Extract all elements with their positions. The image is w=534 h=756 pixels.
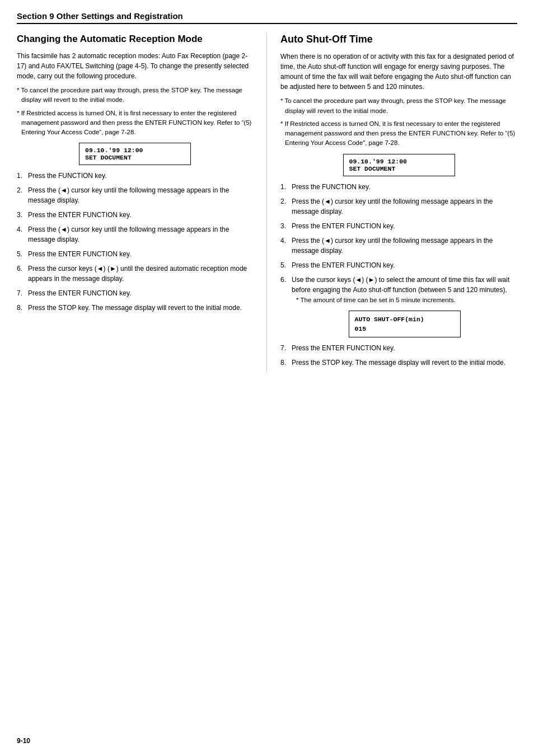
left-step-8: Press the STOP key. The message display …: [17, 303, 253, 313]
right-heading: Auto Shut-Off Time: [280, 33, 517, 46]
left-step-4: Press the (◄) cursor key until the follo…: [17, 224, 253, 245]
left-step-3: Press the ENTER FUNCTION key.: [17, 210, 253, 220]
right-display4-line1: AUTO SHUT-OFF(min): [355, 316, 424, 323]
right-intro: When there is no operation of or activit…: [280, 51, 517, 92]
right-steps: Press the FUNCTION key. Press the (◄) cu…: [280, 182, 517, 368]
right-step-6: Use the cursor keys (◄) (►) to select th…: [280, 275, 517, 338]
right-column: Auto Shut-Off Time When there is no oper…: [267, 33, 517, 372]
left-step-5: Press the ENTER FUNCTION key.: [17, 249, 253, 259]
left-step-6: Press the cursor keys (◄) (►) until the …: [17, 264, 253, 284]
right-step-2: Press the (◄) cursor key until the follo…: [280, 196, 517, 217]
right-display4: AUTO SHUT-OFF(min) 015: [349, 311, 461, 338]
right-display4-line2: 015: [355, 325, 367, 332]
left-heading: Changing the Automatic Reception Mode: [17, 33, 253, 45]
right-step-3: Press the ENTER FUNCTION key.: [280, 221, 517, 231]
left-note1: * To cancel the procedure part way throu…: [17, 86, 253, 105]
right-display1: 09.10.'99 12:00 SET DOCUMENT: [343, 154, 455, 176]
page: Section 9 Other Settings and Registratio…: [0, 0, 534, 756]
left-step-1: Press the FUNCTION key.: [17, 171, 253, 181]
left-display1-line2: SET DOCUMENT: [85, 154, 132, 161]
section-title: Section 9 Other Settings and Registratio…: [17, 11, 517, 21]
columns: Changing the Automatic Reception Mode Th…: [17, 33, 517, 372]
left-intro: This facsimile has 2 automatic reception…: [17, 51, 253, 81]
left-step-7: Press the ENTER FUNCTION key.: [17, 288, 253, 298]
left-step-2: Press the (◄) cursor key until the follo…: [17, 185, 253, 205]
page-number: 9-10: [17, 737, 30, 745]
right-display1-line1: 09.10.'99 12:00: [349, 158, 407, 165]
right-step6-sub: * The amount of time can be set in 5 min…: [292, 297, 456, 303]
right-step-1: Press the FUNCTION key.: [280, 182, 517, 192]
left-note2: * If Restricted access is turned ON, it …: [17, 109, 253, 138]
right-step-8: Press the STOP key. The message display …: [280, 358, 517, 368]
right-note2: * If Restricted access is turned ON, it …: [280, 119, 517, 148]
left-column: Changing the Automatic Reception Mode Th…: [17, 33, 267, 372]
right-step-4: Press the (◄) cursor key until the follo…: [280, 236, 517, 256]
section-header: Section 9 Other Settings and Registratio…: [17, 11, 517, 24]
right-note1: * To cancel the procedure part way throu…: [280, 96, 517, 116]
right-step-7: Press the ENTER FUNCTION key.: [280, 343, 517, 353]
right-display1-line2: SET DOCUMENT: [349, 165, 396, 172]
left-display1: 09.10.'99 12:00 SET DOCUMENT: [79, 143, 191, 165]
left-steps: Press the FUNCTION key. Press the (◄) cu…: [17, 171, 253, 313]
right-step-5: Press the ENTER FUNCTION key.: [280, 260, 517, 270]
right-step-6-text: Use the cursor keys (◄) (►) to select th…: [292, 276, 509, 294]
left-display1-line1: 09.10.'99 12:00: [85, 147, 143, 154]
